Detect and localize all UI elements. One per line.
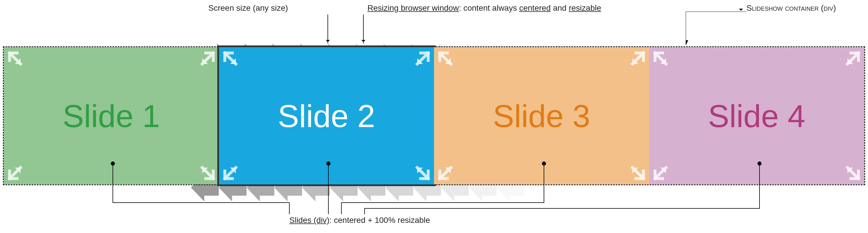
slide-1-label: Slide 1 [63, 97, 160, 134]
svg-line-34 [417, 53, 428, 64]
svg-marker-37 [230, 168, 236, 173]
svg-marker-25 [15, 58, 21, 64]
resize-corner-icon [410, 161, 431, 181]
slide-4: Slide 4 [649, 47, 865, 184]
resize-corner-icon [222, 51, 243, 71]
resize-corner-icon [222, 161, 243, 181]
slide-3: Slide 3 [434, 47, 649, 184]
svg-line-52 [655, 168, 666, 179]
svg-line-36 [225, 168, 236, 179]
slide-2-label: Slide 2 [278, 97, 375, 134]
svg-line-48 [655, 53, 666, 64]
svg-marker-51 [847, 58, 853, 64]
svg-line-44 [440, 168, 451, 179]
svg-line-42 [632, 53, 644, 64]
svg-marker-0 [686, 40, 688, 45]
slide-4-label: Slide 4 [708, 97, 805, 134]
dropper-resize [363, 14, 364, 43]
resize-corner-icon [625, 51, 646, 71]
svg-line-38 [417, 168, 428, 179]
svg-marker-27 [202, 58, 208, 64]
svg-marker-47 [632, 168, 638, 173]
svg-line-24 [9, 53, 21, 64]
resize-corner-icon [195, 51, 216, 71]
slide-3-label: Slide 3 [493, 97, 590, 134]
label-slides-div: Slides (div): centered + 100% resizable [289, 215, 430, 225]
svg-line-26 [202, 53, 213, 64]
resize-corner-icon [840, 51, 861, 71]
svg-marker-49 [660, 58, 666, 64]
callout-dot [757, 162, 762, 166]
leader-container [686, 11, 749, 49]
svg-marker-35 [417, 58, 423, 64]
resize-corner-icon [625, 161, 646, 181]
svg-line-46 [632, 168, 644, 179]
label-container: Slideshow container (div) [746, 3, 836, 13]
resize-corner-icon [653, 51, 673, 71]
resize-corner-icon [195, 161, 216, 181]
svg-marker-29 [15, 168, 21, 173]
screen-frame [217, 46, 436, 186]
resize-corner-icon [410, 51, 431, 71]
label-resize-window: Resizing browser window: content always … [368, 3, 601, 13]
svg-line-32 [225, 53, 236, 64]
slideshow-container: Slide 1 Slide 2 [3, 46, 865, 185]
svg-marker-33 [230, 58, 236, 64]
svg-marker-53 [660, 168, 666, 173]
callout-dot [327, 162, 331, 166]
label-screen-size: Screen size (any size) [208, 3, 288, 13]
svg-line-50 [847, 53, 859, 64]
resize-corner-icon [437, 161, 458, 181]
svg-marker-43 [632, 58, 638, 64]
dropper-screen-size [328, 14, 328, 43]
resize-corner-icon [7, 51, 28, 71]
resize-corner-icon [437, 51, 458, 71]
svg-line-40 [440, 53, 451, 64]
callout-dot [111, 162, 115, 166]
callout-dot [542, 162, 546, 166]
svg-marker-41 [445, 58, 451, 64]
svg-marker-39 [417, 168, 423, 173]
svg-marker-31 [202, 168, 208, 173]
svg-marker-55 [847, 168, 853, 173]
resize-corner-icon [653, 161, 673, 181]
svg-line-28 [9, 168, 21, 179]
svg-marker-45 [445, 168, 451, 173]
resize-corner-icon [7, 161, 28, 181]
resize-corner-icon [840, 161, 861, 181]
svg-line-54 [847, 168, 859, 179]
svg-line-30 [202, 168, 213, 179]
